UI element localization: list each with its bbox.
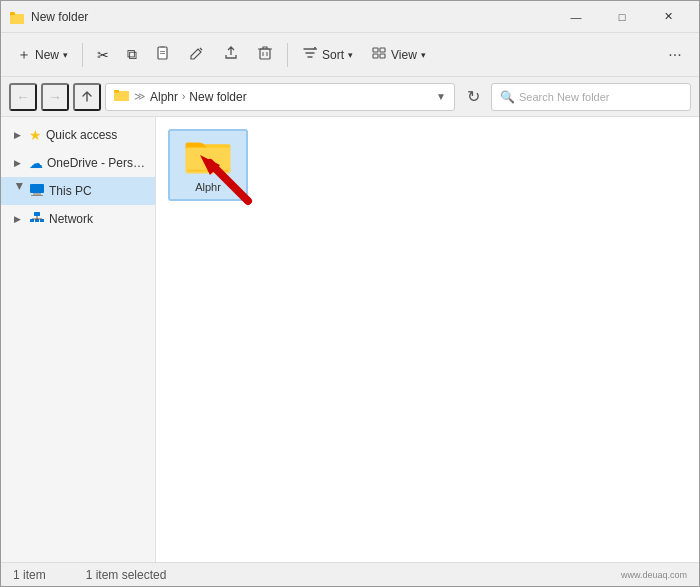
- share-icon: [223, 45, 239, 64]
- svg-rect-28: [186, 148, 231, 174]
- expand-icon-network: ▶: [9, 211, 25, 227]
- folder-icon-svg: [184, 137, 232, 177]
- breadcrumb-new-folder: New folder: [189, 90, 246, 104]
- window-icon: [9, 9, 25, 25]
- network-icon: [29, 211, 45, 228]
- svg-rect-6: [160, 51, 165, 52]
- breadcrumb-alphr: Alphr: [150, 90, 178, 104]
- folder-label-alphr: Alphr: [195, 181, 221, 193]
- sidebar-label-this-pc: This PC: [49, 184, 147, 198]
- svg-rect-7: [160, 53, 165, 54]
- svg-rect-12: [380, 54, 385, 58]
- search-placeholder: Search New folder: [519, 91, 610, 103]
- breadcrumb-separator: ≫: [134, 90, 146, 103]
- sidebar-item-network[interactable]: ▶ Network: [1, 205, 155, 233]
- new-label: New: [35, 48, 59, 62]
- svg-rect-10: [380, 48, 385, 52]
- svg-rect-18: [33, 193, 41, 195]
- sort-icon: [302, 45, 318, 64]
- view-icon: [371, 45, 387, 64]
- svg-rect-16: [114, 91, 119, 93]
- sort-dropdown-icon: ▾: [348, 50, 353, 60]
- sidebar-item-this-pc[interactable]: ▶ This PC: [1, 177, 155, 205]
- search-icon: 🔍: [500, 90, 515, 104]
- share-button[interactable]: [215, 39, 247, 71]
- new-dropdown-icon: ▾: [63, 50, 68, 60]
- separator-2: [287, 43, 288, 67]
- view-label: View: [391, 48, 417, 62]
- rename-icon: [189, 45, 205, 64]
- svg-rect-20: [34, 212, 40, 216]
- new-icon: ＋: [17, 46, 31, 64]
- more-options-button[interactable]: ···: [659, 39, 691, 71]
- toolbar: ＋ New ▾ ✂ ⧉: [1, 33, 699, 77]
- svg-rect-19: [31, 195, 43, 196]
- folder-item-alphr[interactable]: Alphr: [168, 129, 248, 201]
- minimize-button[interactable]: —: [553, 1, 599, 33]
- item-selection: 1 item selected: [86, 568, 167, 582]
- sidebar-label-quick-access: Quick access: [46, 128, 147, 142]
- nav-bar: ← → ≫ Alphr › New folder ▼: [1, 77, 699, 117]
- watermark: www.deuaq.com: [621, 570, 687, 580]
- file-explorer-window: New folder — □ ✕ ＋ New ▾ ✂ ⧉: [0, 0, 700, 587]
- new-button[interactable]: ＋ New ▾: [9, 39, 76, 71]
- rename-button[interactable]: [181, 39, 213, 71]
- paste-button[interactable]: [147, 39, 179, 71]
- expand-icon-quick-access: ▶: [9, 127, 25, 143]
- address-dropdown-icon[interactable]: ▼: [436, 91, 446, 102]
- sort-label: Sort: [322, 48, 344, 62]
- svg-rect-5: [160, 46, 165, 48]
- view-dropdown-icon: ▾: [421, 50, 426, 60]
- sidebar-item-quick-access[interactable]: ▶ ★ Quick access: [1, 121, 155, 149]
- sidebar-label-onedrive: OneDrive - Personal: [47, 156, 147, 170]
- close-button[interactable]: ✕: [645, 1, 691, 33]
- svg-rect-11: [373, 54, 378, 58]
- window-title: New folder: [31, 10, 553, 24]
- svg-rect-17: [30, 184, 44, 193]
- search-bar[interactable]: 🔍 Search New folder: [491, 83, 691, 111]
- quick-access-icon: ★: [29, 127, 42, 143]
- svg-rect-9: [373, 48, 378, 52]
- sidebar-item-onedrive[interactable]: ▶ ☁ OneDrive - Personal: [1, 149, 155, 177]
- delete-icon: [257, 45, 273, 64]
- main-content: ▶ ★ Quick access ▶ ☁ OneDrive - Personal…: [1, 117, 699, 562]
- copy-icon: ⧉: [127, 46, 137, 63]
- sidebar-label-network: Network: [49, 212, 147, 226]
- sidebar: ▶ ★ Quick access ▶ ☁ OneDrive - Personal…: [1, 117, 156, 562]
- breadcrumb-chevron: ›: [182, 91, 185, 102]
- separator-1: [82, 43, 83, 67]
- expand-icon-this-pc: ▶: [9, 183, 25, 199]
- svg-rect-2: [10, 14, 24, 24]
- refresh-button[interactable]: ↻: [459, 83, 487, 111]
- onedrive-icon: ☁: [29, 155, 43, 171]
- up-button[interactable]: [73, 83, 101, 111]
- item-count: 1 item: [13, 568, 46, 582]
- view-button[interactable]: View ▾: [363, 39, 434, 71]
- copy-button[interactable]: ⧉: [119, 39, 145, 71]
- cut-button[interactable]: ✂: [89, 39, 117, 71]
- sort-button[interactable]: Sort ▾: [294, 39, 361, 71]
- folder-grid: Alphr: [168, 129, 687, 201]
- paste-icon: [155, 45, 171, 64]
- svg-rect-3: [10, 13, 15, 15]
- content-area: Alphr: [156, 117, 699, 562]
- svg-rect-8: [260, 49, 270, 59]
- forward-button[interactable]: →: [41, 83, 69, 111]
- address-bar[interactable]: ≫ Alphr › New folder ▼: [105, 83, 455, 111]
- breadcrumb: Alphr › New folder: [150, 90, 432, 104]
- delete-button[interactable]: [249, 39, 281, 71]
- status-bar: 1 item 1 item selected www.deuaq.com: [1, 562, 699, 586]
- refresh-icon: ↻: [467, 87, 480, 106]
- maximize-button[interactable]: □: [599, 1, 645, 33]
- svg-rect-29: [187, 170, 228, 172]
- cut-icon: ✂: [97, 47, 109, 63]
- folder-icon: [114, 88, 130, 105]
- window-controls: — □ ✕: [553, 1, 691, 33]
- title-bar: New folder — □ ✕: [1, 1, 699, 33]
- expand-icon-onedrive: ▶: [9, 155, 25, 171]
- this-pc-icon: [29, 183, 45, 200]
- back-button[interactable]: ←: [9, 83, 37, 111]
